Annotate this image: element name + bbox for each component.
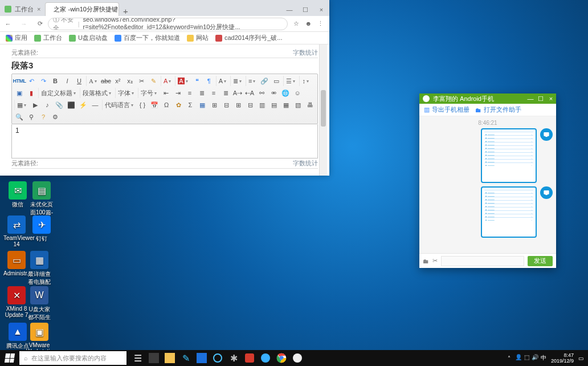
apps-button[interactable]: 应用 bbox=[6, 34, 27, 42]
new-tab-button[interactable]: + bbox=[119, 6, 132, 16]
bookmark-item[interactable]: U盘启动盘 bbox=[69, 34, 108, 42]
video-button[interactable]: ▶ bbox=[30, 100, 40, 110]
notifications-icon[interactable]: ▭ bbox=[578, 355, 583, 361]
special-button[interactable]: ✿ bbox=[173, 100, 183, 110]
image-button[interactable]: ▭ bbox=[271, 76, 281, 86]
html-source-button[interactable]: HTML bbox=[14, 76, 24, 86]
forecolor-button[interactable]: A▾ bbox=[161, 76, 173, 86]
insert-media-dd[interactable]: ▦▾ bbox=[14, 100, 28, 110]
para-button[interactable]: ¶ bbox=[204, 76, 214, 86]
align-right-button[interactable]: ≡ bbox=[209, 88, 219, 98]
gear-icon[interactable]: ⚙ bbox=[50, 112, 60, 122]
tb-delete-row-button[interactable]: ⊟ bbox=[221, 100, 231, 110]
chat-body[interactable]: 8:46:21 • ——·• ——· • ——·• ——· • ——·• ——·… bbox=[419, 116, 556, 253]
code-lang-dd[interactable]: 代码语言▾ bbox=[102, 100, 136, 110]
image-attachment[interactable]: • ——·• ——· • ——·• ——· • ——·• ——· • ——·• … bbox=[481, 128, 537, 183]
tb-delete-col-button[interactable]: ⊟ bbox=[245, 100, 255, 110]
scroll-thumb[interactable] bbox=[321, 90, 326, 127]
taskbar-app-pen[interactable]: ✎ bbox=[178, 350, 194, 366]
taskbar-app-qq[interactable] bbox=[289, 350, 305, 366]
quote-button[interactable]: ❝ bbox=[192, 76, 202, 86]
taskbar-app-circle[interactable] bbox=[210, 350, 226, 366]
close-button[interactable]: × bbox=[546, 95, 556, 103]
tb-head-button[interactable]: ▦ bbox=[281, 100, 291, 110]
star-icon[interactable]: ☆ bbox=[293, 20, 299, 27]
text-ltr-button[interactable]: A⇢ bbox=[232, 88, 243, 98]
ol-button[interactable]: ≡▾ bbox=[246, 76, 258, 86]
date-button[interactable]: 📅 bbox=[149, 100, 160, 110]
tray-network-icon[interactable]: ⬚ bbox=[524, 354, 529, 362]
bookmark-item[interactable]: 百度一下，你就知道 bbox=[115, 34, 180, 42]
undo-button[interactable]: ↶ bbox=[26, 76, 36, 86]
print-button[interactable]: 🖶 bbox=[305, 100, 315, 110]
scissors-icon[interactable]: ✂ bbox=[432, 257, 438, 265]
clear-format-button[interactable]: ✎ bbox=[149, 76, 159, 86]
float-button[interactable]: ☰▾ bbox=[283, 76, 297, 86]
file-button[interactable]: 📎 bbox=[54, 100, 64, 110]
scrollbar[interactable] bbox=[319, 44, 327, 176]
emoji-button[interactable]: ☺ bbox=[292, 88, 303, 98]
align-justify-button[interactable]: ≣ bbox=[220, 88, 231, 98]
open-file-helper-button[interactable]: 🖿 打开文件助手 bbox=[475, 105, 521, 114]
tray-people-icon[interactable]: 👤 bbox=[515, 354, 522, 362]
forward-button[interactable]: → bbox=[16, 21, 32, 27]
send-button[interactable]: 发送 bbox=[528, 256, 553, 266]
table-button[interactable]: ▦ bbox=[197, 100, 207, 110]
tray-volume-icon[interactable]: 🔊 bbox=[532, 354, 538, 362]
strike-button[interactable]: abc bbox=[101, 76, 111, 86]
desktop-icon-wechat[interactable]: ✉微信 bbox=[5, 181, 31, 209]
sub-button[interactable]: x₂ bbox=[125, 76, 135, 86]
paragraph-format-dd[interactable]: 段落格式▾ bbox=[80, 88, 113, 98]
taskbar-app-chrome[interactable] bbox=[273, 350, 289, 366]
tb-insert-col-button[interactable]: ⊞ bbox=[233, 100, 243, 110]
text-rtl-button[interactable]: ⇠A bbox=[244, 88, 255, 98]
find-button[interactable]: 🔍 bbox=[14, 112, 24, 122]
cut-button[interactable]: ✂ bbox=[137, 76, 147, 86]
help-button[interactable]: ? bbox=[38, 112, 48, 122]
tb-insert-row-button[interactable]: ⊞ bbox=[209, 100, 219, 110]
hr-button[interactable]: — bbox=[90, 100, 100, 110]
word-count-button[interactable]: 字数统计 bbox=[293, 159, 318, 168]
task-view-button[interactable]: ☰ bbox=[130, 350, 146, 366]
bold-button[interactable]: B bbox=[50, 76, 60, 86]
desktop-icon-teamviewer[interactable]: ⇄TeamViewer 14 bbox=[3, 215, 30, 247]
align-left-button[interactable]: ≡ bbox=[185, 88, 195, 98]
menu-icon[interactable]: ⋮ bbox=[317, 20, 324, 27]
fontname-dd[interactable]: A▾ bbox=[86, 76, 99, 86]
desktop-icon-dingtalk[interactable]: ✈钉钉 bbox=[28, 215, 55, 243]
reload-button[interactable]: ⟳ bbox=[32, 20, 48, 27]
sup-button[interactable]: x² bbox=[113, 76, 123, 86]
map-button[interactable]: ⬛ bbox=[66, 100, 76, 110]
unlink-button[interactable]: ⚮ bbox=[268, 88, 279, 98]
taskbar-app-explorer[interactable] bbox=[162, 350, 178, 366]
font-family-dd[interactable]: 字体▾ bbox=[115, 88, 136, 98]
ul-button[interactable]: ≣▾ bbox=[230, 76, 244, 86]
search-box[interactable]: ⌕ 在这里输入你要搜索的内容 bbox=[19, 351, 126, 365]
tab-worktable[interactable]: 工作台 × bbox=[0, 2, 45, 16]
close-icon[interactable]: × bbox=[37, 6, 40, 13]
address-bar[interactable]: ① 不安全 | seo.windows7en.com/index.php?r=s… bbox=[48, 18, 288, 30]
char-button[interactable]: Ω bbox=[161, 100, 172, 110]
tb-split-button[interactable]: ▤ bbox=[269, 100, 279, 110]
taskbar-app-gear[interactable]: ✱ bbox=[226, 350, 242, 366]
fullscreen-button[interactable]: ▣ bbox=[14, 88, 24, 98]
code-button[interactable]: { } bbox=[137, 100, 148, 110]
back-button[interactable]: ← bbox=[0, 21, 16, 27]
min-button[interactable]: — bbox=[281, 3, 297, 16]
folder-icon[interactable]: 🖿 bbox=[423, 258, 429, 265]
max-button[interactable]: ☐ bbox=[297, 3, 313, 16]
image-attachment[interactable]: • ——·• ——· • ——·• ——· • ——·• ——· • ——·• … bbox=[481, 186, 537, 238]
tray-chevron-icon[interactable]: ˄ bbox=[508, 355, 511, 361]
underline-button[interactable]: U bbox=[74, 76, 84, 86]
min-button[interactable]: — bbox=[525, 95, 536, 103]
close-button[interactable]: × bbox=[313, 3, 329, 16]
flash-button[interactable]: ⚡ bbox=[78, 100, 88, 110]
bookmark-item[interactable]: 工作台 bbox=[34, 34, 62, 42]
custom-heading-dd[interactable]: 自定义标题▾ bbox=[38, 88, 78, 98]
word-count-button[interactable]: 字数统计 bbox=[293, 48, 318, 57]
italic-button[interactable]: I bbox=[62, 76, 72, 86]
lineheight-button[interactable]: ↕▾ bbox=[299, 76, 311, 86]
taskbar-app-sky[interactable] bbox=[258, 350, 273, 366]
max-button[interactable]: ☐ bbox=[536, 95, 546, 103]
bookmark-item[interactable]: cad2014序列号_破... bbox=[215, 34, 283, 42]
